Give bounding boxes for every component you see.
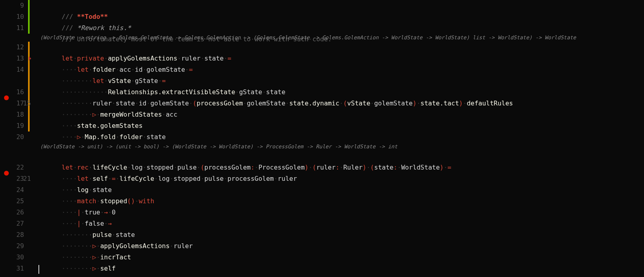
- code-line[interactable]: 9 /// **Todo**: [0, 0, 644, 11]
- change-bar-icon: [28, 109, 30, 120]
- code-line[interactable]: 25 ····|·true·→·0: [0, 196, 644, 207]
- code-line[interactable]: 23 ····log·state: [0, 173, 644, 184]
- line-number: 22: [0, 162, 28, 173]
- line-number: 16: [0, 87, 28, 98]
- code-line[interactable]: 12 let·private·applyGolemsActions·ruler·…: [0, 42, 644, 53]
- code-line[interactable]: 18 ····state.golemStates: [0, 109, 644, 120]
- code-line[interactable]: 20: [0, 131, 644, 143]
- line-number: 18: [0, 109, 28, 120]
- code-line[interactable]: 13 ····let·folder·acc·id·golemState·=: [0, 53, 644, 64]
- code-line[interactable]: 31: [0, 263, 644, 274]
- code-line[interactable]: 10 /// *Rework this.*: [0, 11, 644, 22]
- change-bar-icon: [28, 64, 30, 75]
- line-number: 17: [0, 98, 28, 109]
- code-line[interactable]: 30 ········▷·self: [0, 252, 644, 263]
- change-bar-icon: [28, 22, 30, 34]
- change-bar-icon: [28, 11, 30, 22]
- code-line[interactable]: 27 ········pulse·state: [0, 218, 644, 229]
- change-bar-icon: [28, 120, 30, 131]
- change-bar-icon: [28, 42, 30, 53]
- code-editor[interactable]: 9 /// **Todo** 10 /// *Rework this.* 11 …: [0, 0, 644, 274]
- line-number: 31: [0, 263, 28, 274]
- line-number: 12: [0, 42, 28, 53]
- codelens-hint: (WorldState -> unit) -> (unit -> bool) -…: [0, 143, 644, 151]
- code-line[interactable]: 19 ····▷·Map.fold·folder·state: [0, 120, 644, 131]
- text-cursor-icon: [38, 265, 39, 274]
- line-number: 28: [0, 229, 28, 241]
- fold-marker-icon[interactable]: [29, 57, 31, 61]
- code-line[interactable]: 17 ········▷·mergeWorldStates·acc: [0, 98, 644, 109]
- code-line[interactable]: 15 ············Relationships.extractVisi…: [0, 75, 644, 87]
- line-number: 19: [0, 120, 28, 131]
- codelens-hint: (WorldState -> string -> Golems.GolemSta…: [0, 34, 644, 42]
- line-number: 26: [0, 207, 28, 218]
- change-bar-icon: [28, 75, 30, 87]
- code-line[interactable]: 14 ········let·vState·gState·=: [0, 64, 644, 75]
- code-line[interactable]: 11 /// Unfortunately·most·of·the·team·is…: [0, 22, 644, 34]
- line-number: 24: [0, 184, 28, 196]
- code-line[interactable]: 24 ····match·stopped()·with: [0, 184, 644, 196]
- line-number: 9: [0, 0, 28, 11]
- line-number: 13: [0, 53, 28, 64]
- code-line[interactable]: 16 ········ruler·state·id·golemState·(pr…: [0, 87, 644, 98]
- code-line[interactable]: 26 ····|·false·→: [0, 207, 644, 218]
- line-number: 30: [0, 252, 28, 263]
- code-line[interactable]: 22 ····let·self·=·lifeCycle·log·stopped·…: [0, 162, 644, 173]
- code-line[interactable]: 28 ········▷·applyGolemsActions·ruler: [0, 229, 644, 241]
- line-number: 20: [0, 131, 28, 143]
- line-number: 11: [0, 22, 28, 34]
- line-number: 29: [0, 241, 28, 252]
- code-line[interactable]: 21 let·rec·lifeCycle·log·stopped·pulse·(…: [0, 151, 644, 162]
- change-bar-icon: [28, 0, 30, 11]
- line-number: 10: [0, 11, 28, 22]
- line-number: 23: [0, 173, 28, 184]
- change-bar-icon: [28, 87, 30, 98]
- line-number: 27: [0, 218, 28, 229]
- line-number: 25: [0, 196, 28, 207]
- line-number: 14: [0, 64, 28, 75]
- code-line[interactable]: 29 ········▷·incrTact: [0, 241, 644, 252]
